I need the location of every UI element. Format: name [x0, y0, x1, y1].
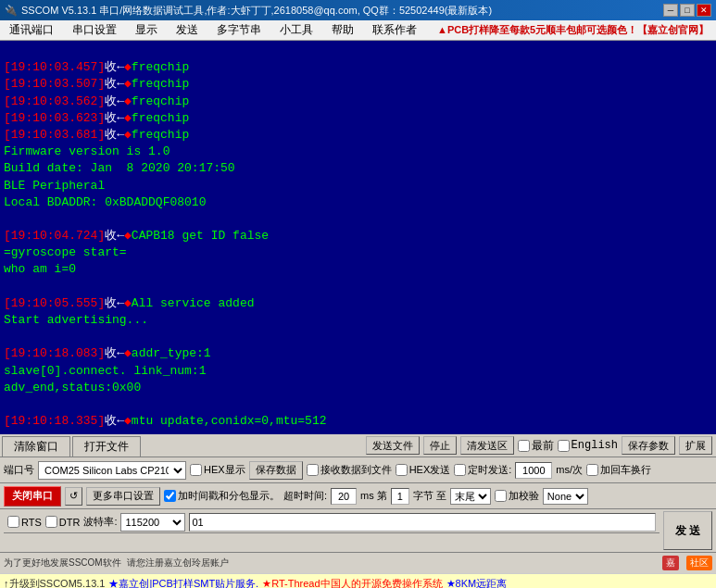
- jialichuang-link[interactable]: ★嘉立创|PCB打样SMT贴片服务.: [108, 577, 258, 588]
- more-ports-button[interactable]: 更多串口设置: [86, 487, 160, 506]
- refresh-button[interactable]: ↺: [65, 487, 82, 506]
- menu-display[interactable]: 显示: [130, 21, 163, 39]
- rts-checkbox[interactable]: [7, 516, 19, 528]
- clear-send-button[interactable]: 清发送区: [460, 436, 514, 455]
- timed-unit: ms/次: [556, 463, 583, 477]
- titlebar-controls: ─ □ ✕: [663, 4, 711, 17]
- dtr-checkbox[interactable]: [45, 516, 57, 528]
- corner-logo: 嘉: [662, 556, 679, 570]
- baud-label: 波特率:: [83, 515, 117, 529]
- rt-thread-link[interactable]: ★RT-Thread中国人的开源免费操作系统: [262, 577, 442, 588]
- checksum-checkbox[interactable]: [495, 490, 507, 502]
- promo-row: 为了更好地发展SSCOM软件 请您注册嘉立创玲居账户 嘉 社区: [0, 553, 716, 573]
- tab-clear-window[interactable]: 清除窗口: [2, 436, 70, 457]
- menu-tools[interactable]: 小工具: [274, 21, 319, 39]
- recv-file-label: 接收数据到文件: [307, 463, 392, 477]
- titlebar: 🔌 SSCOM V5.13.1 串口/网络数据调试工具,作者:大虾丁丁,2618…: [0, 0, 716, 20]
- corner-logo2: 社区: [686, 556, 712, 570]
- maximize-button[interactable]: □: [680, 4, 695, 17]
- timeout-label: 超时时间:: [283, 489, 327, 503]
- checksum-label: 加校验: [495, 489, 539, 503]
- terminal-output: [19:10:03.457]收←◆freqchip [19:10:03.507]…: [0, 41, 716, 434]
- menu-help[interactable]: 帮助: [326, 21, 359, 39]
- close-port-button[interactable]: 关闭串口: [4, 486, 61, 507]
- english-checkbox[interactable]: [558, 440, 570, 452]
- close-button[interactable]: ✕: [697, 4, 711, 17]
- timeout-input[interactable]: [331, 488, 357, 505]
- add-timestamp-label: 加时间戳和分包显示。: [164, 489, 280, 503]
- baud-select[interactable]: 115200: [120, 513, 185, 532]
- ad-text: ▲PCB打样降至每款5元顺丰包邮可选颜色！【嘉立创官网】: [437, 23, 709, 37]
- recv-file-checkbox[interactable]: [307, 464, 319, 476]
- hex-send-label: HEX发送: [396, 463, 451, 477]
- hex-send-checkbox[interactable]: [396, 464, 408, 476]
- timed-checkbox[interactable]: [454, 464, 466, 476]
- byte-input[interactable]: [391, 488, 409, 505]
- app-icon: 🔌: [5, 5, 18, 17]
- distance-text: ★8KM远距离: [446, 577, 508, 588]
- rts-label: RTS: [7, 516, 42, 528]
- send-file-button[interactable]: 发送文件: [366, 436, 420, 455]
- expand-button[interactable]: 扩展: [679, 436, 712, 455]
- promo-strip: ↑升级到SSCOM5.13.1 ★嘉立创|PCB打样SMT贴片服务. ★RT-T…: [0, 573, 716, 588]
- hex-display-label: HEX显示: [190, 463, 245, 477]
- port-select[interactable]: COM25 Silicon Labs CP210x: [38, 461, 186, 480]
- tab-open-file[interactable]: 打开文件: [72, 436, 141, 457]
- save-params-button[interactable]: 保存参数: [622, 436, 675, 455]
- end-select[interactable]: 末尾: [450, 488, 491, 505]
- ms-label: ms 第: [360, 489, 387, 503]
- upgrade-text: ↑升级到SSCOM5.13.1: [4, 577, 105, 588]
- titlebar-left: 🔌 SSCOM V5.13.1 串口/网络数据调试工具,作者:大虾丁丁,2618…: [5, 4, 492, 18]
- hex-input-field[interactable]: [189, 513, 655, 532]
- promo-upgrade: 为了更好地发展SSCOM软件: [4, 557, 121, 569]
- control-row: 关闭串口 ↺ 更多串口设置 加时间戳和分包显示。 超时时间: ms 第 字节 至…: [0, 483, 716, 509]
- toolbar-row: 端口号 COM25 Silicon Labs CP210x HEX显示 保存数据…: [0, 457, 716, 483]
- save-data-button[interactable]: 保存数据: [249, 461, 303, 480]
- menu-multibyte[interactable]: 多字节串: [211, 21, 267, 39]
- titlebar-title: SSCOM V5.13.1 串口/网络数据调试工具,作者:大虾丁丁,261805…: [21, 4, 492, 18]
- repeat-checkbox[interactable]: [586, 464, 598, 476]
- send-button[interactable]: 发 送: [663, 511, 712, 550]
- add-timestamp-checkbox[interactable]: [164, 490, 176, 502]
- last-checkbox[interactable]: [518, 440, 530, 452]
- stop-button[interactable]: 停止: [423, 436, 457, 455]
- english-check-label: English: [558, 439, 618, 452]
- menu-send[interactable]: 发送: [170, 21, 204, 39]
- timed-ms-input[interactable]: [515, 462, 552, 479]
- menu-comm-port[interactable]: 通讯端口: [4, 21, 59, 39]
- repeat-label: 加回车换行: [586, 463, 651, 477]
- menu-port-settings[interactable]: 串口设置: [67, 21, 122, 39]
- timed-send-label: 定时发送:: [454, 463, 511, 477]
- input-send-row: RTS DTR 波特率: 115200 发 送: [0, 509, 716, 553]
- port-label: 端口号: [4, 463, 34, 477]
- hex-display-checkbox[interactable]: [190, 464, 202, 476]
- last-check-label: 最前: [518, 438, 554, 454]
- menu-contact[interactable]: 联系作者: [367, 21, 422, 39]
- dtr-label: DTR: [45, 516, 81, 528]
- checksum-select[interactable]: None: [543, 488, 588, 505]
- minimize-button[interactable]: ─: [663, 4, 678, 17]
- promo-register: 请您注册嘉立创玲居账户: [127, 557, 229, 569]
- menubar: 通讯端口 串口设置 显示 发送 多字节串 小工具 帮助 联系作者 ▲PCB打样降…: [0, 20, 716, 41]
- byte-unit: 字节 至: [413, 489, 446, 503]
